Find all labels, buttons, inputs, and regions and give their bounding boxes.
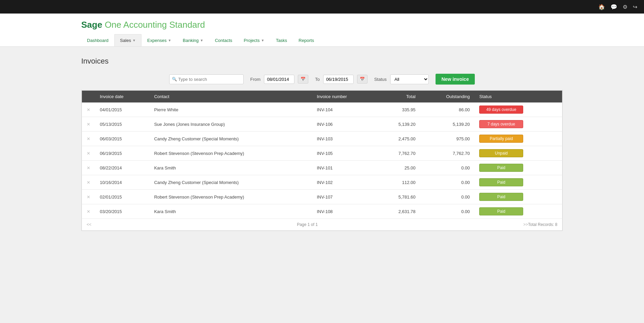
nav-projects[interactable]: Projects ▼ xyxy=(238,34,270,46)
invoice-number[interactable]: INV-107 xyxy=(312,190,377,204)
delete-cell[interactable]: ✕ xyxy=(82,117,95,132)
delete-cell[interactable]: ✕ xyxy=(82,175,95,190)
status-badge: Unpaid xyxy=(479,149,523,157)
table-row[interactable]: ✕ 06/03/2015 Candy Zheng Customer (Speci… xyxy=(82,132,562,146)
delete-icon[interactable]: ✕ xyxy=(87,107,90,112)
invoice-outstanding: 0.00 xyxy=(420,175,474,190)
invoice-contact[interactable]: Sue Jones (Jones Insurance Group) xyxy=(149,117,312,132)
table-row[interactable]: ✕ 05/13/2015 Sue Jones (Jones Insurance … xyxy=(82,117,562,132)
status-badge: Paid xyxy=(479,164,523,172)
invoice-contact[interactable]: Kara Smith xyxy=(149,161,312,175)
invoice-number[interactable]: INV-101 xyxy=(312,161,377,175)
search-input[interactable] xyxy=(169,74,244,84)
delete-icon[interactable]: ✕ xyxy=(87,180,90,185)
invoice-date: 04/01/2015 xyxy=(95,102,149,117)
nav-sales[interactable]: Sales ▼ xyxy=(114,34,141,46)
invoice-number[interactable]: INV-105 xyxy=(312,146,377,161)
invoice-date: 06/19/2015 xyxy=(95,146,149,161)
delete-cell[interactable]: ✕ xyxy=(82,102,95,117)
logo-tagline: One Accounting Standard xyxy=(102,20,205,30)
invoice-status: 7 days overdue xyxy=(474,117,562,132)
nav-expenses[interactable]: Expenses ▼ xyxy=(141,34,177,46)
delete-cell[interactable]: ✕ xyxy=(82,161,95,175)
invoice-total: 112.00 xyxy=(377,175,420,190)
col-header-number[interactable]: Invoice number xyxy=(312,91,377,103)
invoice-contact[interactable]: Pierre White xyxy=(149,102,312,117)
status-badge: Paid xyxy=(479,178,523,186)
table-row[interactable]: ✕ 06/19/2015 Robert Stevenson (Stevenson… xyxy=(82,146,562,161)
invoice-contact[interactable]: Candy Zheng Customer (Special Moments) xyxy=(149,175,312,190)
nav-dashboard[interactable]: Dashboard xyxy=(81,34,114,46)
col-header-status[interactable]: Status xyxy=(474,91,562,103)
invoice-date: 05/13/2015 xyxy=(95,117,149,132)
from-label: From xyxy=(250,77,261,82)
delete-icon[interactable]: ✕ xyxy=(87,209,90,214)
col-header-del xyxy=(82,91,95,103)
delete-icon[interactable]: ✕ xyxy=(87,122,90,127)
page-info: Page 1 of 1 xyxy=(91,222,523,227)
top-bar: 🏠 💬 ⚙ ↪ xyxy=(0,0,644,14)
new-invoice-button[interactable]: New invoice xyxy=(436,74,475,85)
invoice-contact[interactable]: Kara Smith xyxy=(149,204,312,219)
pagination-bar: << Page 1 of 1 >> Total Records: 8 xyxy=(82,219,562,231)
col-header-total[interactable]: Total xyxy=(377,91,420,103)
col-header-contact[interactable]: Contact xyxy=(149,91,312,103)
chat-icon[interactable]: 💬 xyxy=(610,4,617,10)
invoice-total: 335.95 xyxy=(377,102,420,117)
delete-cell[interactable]: ✕ xyxy=(82,190,95,204)
invoice-number[interactable]: INV-102 xyxy=(312,175,377,190)
table-header-row: Invoice date Contact Invoice number Tota… xyxy=(82,91,562,103)
delete-icon[interactable]: ✕ xyxy=(87,136,90,141)
invoice-outstanding: 5,139.20 xyxy=(420,117,474,132)
table-row[interactable]: ✕ 02/01/2015 Robert Stevenson (Stevenson… xyxy=(82,190,562,204)
table-row[interactable]: ✕ 10/16/2014 Candy Zheng Customer (Speci… xyxy=(82,175,562,190)
invoice-number[interactable]: INV-106 xyxy=(312,117,377,132)
settings-icon[interactable]: ⚙ xyxy=(623,4,627,10)
invoice-total: 5,139.20 xyxy=(377,117,420,132)
nav-tasks[interactable]: Tasks xyxy=(270,34,293,46)
invoice-number[interactable]: INV-104 xyxy=(312,102,377,117)
invoice-contact[interactable]: Candy Zheng Customer (Special Moments) xyxy=(149,132,312,146)
nav-banking[interactable]: Banking ▼ xyxy=(177,34,209,46)
table-row[interactable]: ✕ 04/01/2015 Pierre White INV-104 335.95… xyxy=(82,102,562,117)
delete-cell[interactable]: ✕ xyxy=(82,146,95,161)
header: Sage One Accounting Standard Dashboard S… xyxy=(0,14,644,47)
invoice-contact[interactable]: Robert Stevenson (Stevenson Prep Academy… xyxy=(149,146,312,161)
table-row[interactable]: ✕ 03/20/2015 Kara Smith INV-108 2,631.78… xyxy=(82,204,562,219)
status-badge: 49 days overdue xyxy=(479,106,523,114)
invoice-status: Paid xyxy=(474,175,562,190)
prev-page-button[interactable]: << xyxy=(87,222,91,227)
delete-icon[interactable]: ✕ xyxy=(87,151,90,156)
invoice-contact[interactable]: Robert Stevenson (Stevenson Prep Academy… xyxy=(149,190,312,204)
invoice-total: 25.00 xyxy=(377,161,420,175)
from-calendar-button[interactable]: 📅 xyxy=(298,75,308,84)
nav-contacts[interactable]: Contacts xyxy=(209,34,238,46)
status-badge: Partially paid xyxy=(479,135,523,143)
delete-icon[interactable]: ✕ xyxy=(87,165,90,170)
invoice-outstanding: 7,762.70 xyxy=(420,146,474,161)
col-header-outstanding[interactable]: Outstanding xyxy=(420,91,474,103)
delete-cell[interactable]: ✕ xyxy=(82,204,95,219)
delete-cell[interactable]: ✕ xyxy=(82,132,95,146)
total-records: Total Records: 8 xyxy=(528,222,557,227)
invoice-total: 7,762.70 xyxy=(377,146,420,161)
nav-reports[interactable]: Reports xyxy=(293,34,320,46)
to-date-input[interactable] xyxy=(323,75,354,84)
home-icon[interactable]: 🏠 xyxy=(598,4,605,10)
from-date-input[interactable] xyxy=(264,75,294,84)
col-header-date[interactable]: Invoice date xyxy=(95,91,149,103)
invoice-number[interactable]: INV-103 xyxy=(312,132,377,146)
page-title: Invoices xyxy=(81,57,563,66)
table-row[interactable]: ✕ 08/22/2014 Kara Smith INV-101 25.00 0.… xyxy=(82,161,562,175)
delete-icon[interactable]: ✕ xyxy=(87,194,90,200)
next-page-button[interactable]: >> xyxy=(523,222,528,227)
invoice-status: 49 days overdue xyxy=(474,102,562,117)
invoice-table-container: Invoice date Contact Invoice number Tota… xyxy=(81,90,563,231)
status-select[interactable]: All Paid Unpaid Overdue Partially Paid xyxy=(390,74,429,84)
status-badge: 7 days overdue xyxy=(479,120,523,128)
logout-icon[interactable]: ↪ xyxy=(633,4,637,10)
main-nav: Dashboard Sales ▼ Expenses ▼ Banking ▼ C… xyxy=(81,34,563,46)
search-icon: 🔍 xyxy=(172,77,177,82)
invoice-number[interactable]: INV-108 xyxy=(312,204,377,219)
to-calendar-button[interactable]: 📅 xyxy=(357,75,368,84)
